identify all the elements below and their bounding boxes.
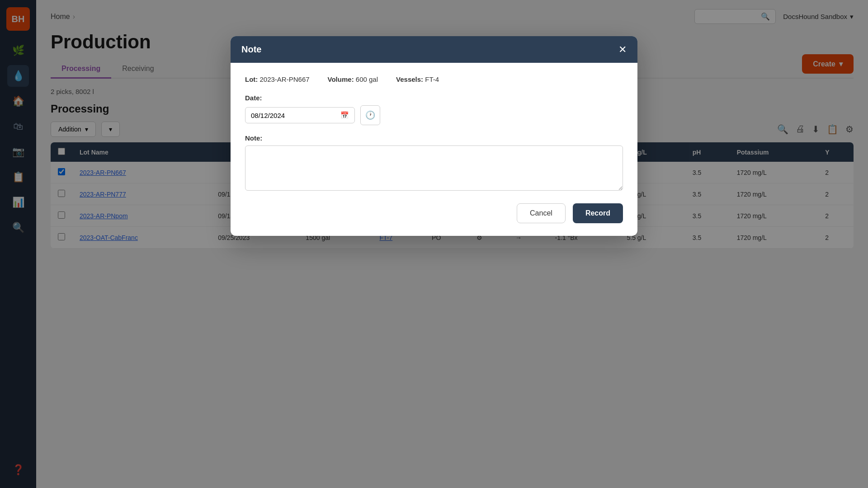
date-input[interactable]: 08/12/2024 [251, 112, 337, 119]
modal-info-row: Lot: 2023-AR-PN667 Volume: 600 gal Vesse… [245, 75, 623, 83]
date-field-label: Date: [245, 94, 623, 102]
vessels-value: FT-4 [425, 75, 439, 83]
note-field-label: Note: [245, 134, 623, 142]
cancel-button[interactable]: Cancel [517, 203, 566, 223]
lot-label: Lot: [245, 75, 258, 83]
volume-value: 600 gal [356, 75, 378, 83]
note-textarea[interactable] [245, 145, 623, 191]
modal-lot: Lot: 2023-AR-PN667 [245, 75, 310, 83]
time-button[interactable]: 🕐 [360, 105, 380, 125]
calendar-icon: 📅 [340, 111, 349, 119]
modal-vessels: Vessels: FT-4 [396, 75, 439, 83]
modal-title: Note [241, 44, 261, 55]
clock-icon: 🕐 [365, 110, 375, 120]
lot-value: 2023-AR-PN667 [260, 75, 310, 83]
modal-body: Lot: 2023-AR-PN667 Volume: 600 gal Vesse… [231, 63, 637, 203]
modal-date-row: 08/12/2024 📅 🕐 [245, 105, 623, 125]
modal-overlay: Note ✕ Lot: 2023-AR-PN667 Volume: 600 ga… [0, 0, 868, 488]
modal-footer: Cancel Record [231, 203, 637, 236]
record-button[interactable]: Record [573, 203, 623, 223]
modal-close-button[interactable]: ✕ [618, 45, 627, 55]
volume-label: Volume: [328, 75, 354, 83]
modal: Note ✕ Lot: 2023-AR-PN667 Volume: 600 ga… [231, 36, 637, 236]
date-input-wrapper[interactable]: 08/12/2024 📅 [245, 107, 355, 123]
modal-header: Note ✕ [231, 36, 637, 63]
vessels-label: Vessels: [396, 75, 423, 83]
modal-volume: Volume: 600 gal [328, 75, 378, 83]
